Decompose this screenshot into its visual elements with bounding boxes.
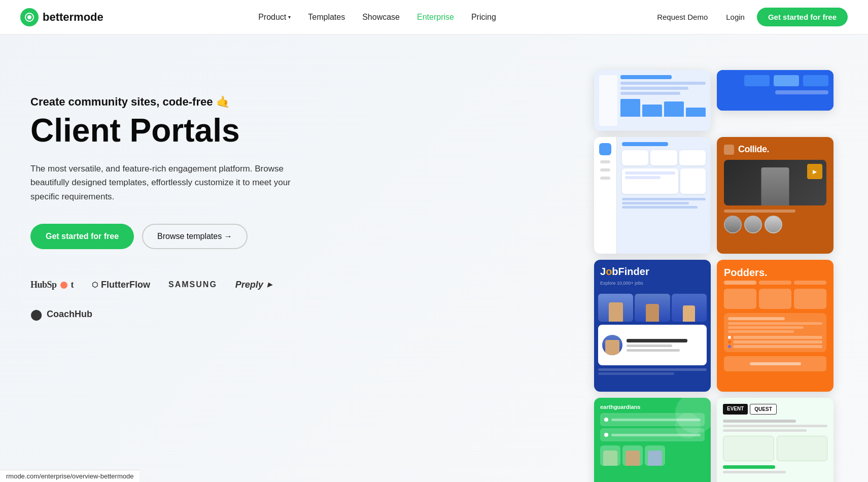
url-bar: rmode.com/enterprise/overview-bettermode — [0, 470, 140, 482]
screenshot-collide: Collide. ▶ — [717, 137, 834, 254]
hero-subtitle: Create community sites, code-free 🤙 — [30, 95, 304, 109]
logo[interactable]: bettermode — [20, 8, 103, 26]
product-chevron-icon: ▾ — [288, 14, 291, 20]
url-text: rmode.com/enterprise/overview-bettermode — [6, 472, 133, 480]
screenshot-top-2 — [717, 70, 834, 111]
screenshot-podders: Podders. — [717, 260, 834, 392]
screenshot-top-1 — [594, 70, 711, 131]
hero-cta-primary[interactable]: Get started for free — [30, 224, 134, 249]
screenshot-eventquest: EVENT QUEST — [717, 398, 834, 482]
navigation: bettermode Product ▾ Templates Showcase … — [0, 0, 868, 35]
nav-links: Product ▾ Templates Showcase Enterprise … — [251, 9, 503, 26]
logos-row: HubSpt ⬡ FlutterFlow SAMSUNG Preply▶ ⬤ C… — [30, 280, 304, 321]
nav-templates[interactable]: Templates — [301, 9, 352, 26]
logo-hubspot: HubSpt — [30, 280, 74, 290]
hero-screenshots: Collide. ▶ JobFinder — [594, 70, 838, 482]
logo-text: bettermode — [43, 11, 103, 24]
nav-product[interactable]: Product ▾ — [251, 9, 298, 26]
svg-point-0 — [27, 15, 31, 19]
hero-left: Create community sites, code-free 🤙 Clie… — [30, 75, 304, 321]
hero-description: The most versatile, and feature-rich eng… — [30, 162, 304, 203]
hero-cta-secondary[interactable]: Browse templates → — [142, 224, 248, 249]
logo-icon — [20, 8, 39, 26]
hero-title: Client Portals — [30, 114, 304, 148]
nav-cta-button[interactable]: Get started for free — [757, 8, 848, 26]
logo-preply: Preply▶ — [235, 280, 272, 290]
hero-actions: Get started for free Browse templates → — [30, 224, 304, 249]
request-demo-link[interactable]: Request Demo — [651, 9, 714, 25]
nav-showcase[interactable]: Showcase — [355, 9, 407, 26]
logo-svg — [24, 12, 34, 22]
logo-coachhub: ⬤ CoachHub — [30, 308, 92, 321]
logo-samsung: SAMSUNG — [168, 280, 217, 289]
nav-enterprise[interactable]: Enterprise — [410, 9, 461, 26]
main-container: Create community sites, code-free 🤙 Clie… — [0, 35, 868, 482]
screenshot-dashboard — [594, 137, 711, 254]
nav-right: Request Demo Login Get started for free — [651, 8, 848, 26]
screenshot-earthguardians: earthguardians — [594, 398, 711, 482]
logo-flutterflow: ⬡ FlutterFlow — [92, 280, 150, 290]
nav-pricing[interactable]: Pricing — [464, 9, 503, 26]
screenshot-jobfinder: JobFinder Explore 10,000+ jobs — [594, 260, 711, 392]
login-link[interactable]: Login — [720, 9, 751, 25]
